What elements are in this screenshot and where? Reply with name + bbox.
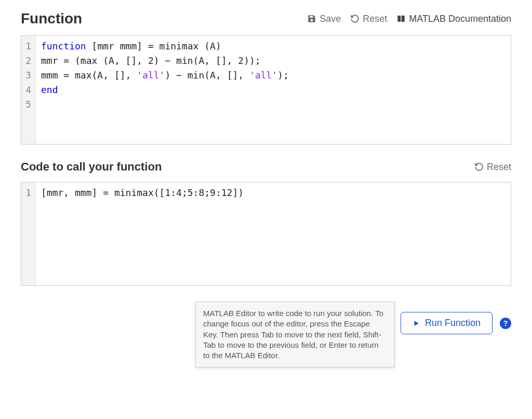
reset-icon xyxy=(350,14,360,23)
function-gutter: 12345 xyxy=(21,36,36,144)
code-line[interactable]: function [mmr mmm] = minimax (A) xyxy=(41,39,506,54)
line-number: 1 xyxy=(24,186,31,200)
doc-button[interactable]: MATLAB Documentation xyxy=(396,14,511,24)
reset-icon xyxy=(474,162,484,172)
book-icon xyxy=(396,14,406,23)
code-line[interactable]: mmr = (max (A, [], 2) − min(A, [], 2)); xyxy=(41,54,506,68)
run-label: Run Function xyxy=(425,318,481,329)
line-number: 1 xyxy=(24,39,31,54)
caller-code[interactable]: [mmr, mmm] = minimax([1:4;5:8;9:12]) xyxy=(36,182,511,285)
function-header: Function Save Reset MATLAB Documentation xyxy=(21,10,511,27)
code-line[interactable]: end xyxy=(41,83,506,97)
caller-gutter: 1 xyxy=(21,182,36,285)
save-icon xyxy=(307,14,316,23)
caller-header: Code to call your function Reset xyxy=(21,160,511,174)
line-number: 5 xyxy=(24,97,31,112)
code-line[interactable]: [mmr, mmm] = minimax([1:4;5:8;9:12]) xyxy=(41,186,506,200)
line-number: 2 xyxy=(24,54,31,68)
caller-title: Code to call your function xyxy=(21,160,162,174)
function-toolbar: Save Reset MATLAB Documentation xyxy=(307,14,511,24)
play-icon xyxy=(413,320,420,327)
save-button[interactable]: Save xyxy=(307,14,341,24)
run-function-button[interactable]: Run Function xyxy=(401,312,493,334)
reset-button-1[interactable]: Reset xyxy=(350,14,387,24)
reset-button-2[interactable]: Reset xyxy=(474,162,511,173)
function-code[interactable]: function [mmr mmm] = minimax (A)mmr = (m… xyxy=(36,36,511,144)
help-button[interactable]: ? xyxy=(500,318,511,329)
caller-editor[interactable]: 1 [mmr, mmm] = minimax([1:4;5:8;9:12]) xyxy=(21,182,511,286)
function-editor[interactable]: 12345 function [mmr mmm] = minimax (A)mm… xyxy=(21,35,511,145)
line-number: 4 xyxy=(24,83,31,97)
editor-tooltip: MATLAB Editor to write code to run your … xyxy=(195,302,395,345)
code-line[interactable]: mmm = max(A, [], 'all') − min(A, [], 'al… xyxy=(41,68,506,83)
caller-toolbar: Reset xyxy=(474,162,511,173)
doc-label: MATLAB Documentation xyxy=(409,14,511,24)
function-title: Function xyxy=(21,10,82,27)
save-label: Save xyxy=(320,14,341,24)
reset-label-1: Reset xyxy=(363,14,387,24)
code-line[interactable] xyxy=(41,97,506,112)
reset-label-2: Reset xyxy=(487,162,511,173)
line-number: 3 xyxy=(24,68,31,83)
